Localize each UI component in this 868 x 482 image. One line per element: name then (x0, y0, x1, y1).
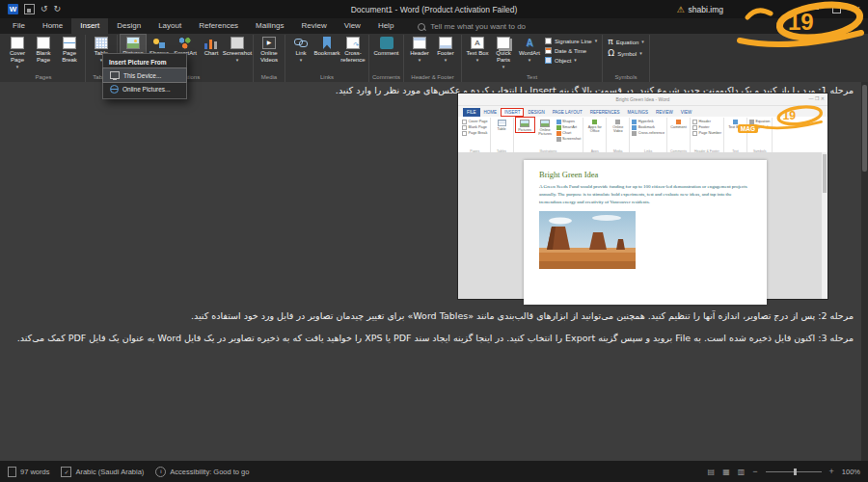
chevron-down-icon: ▾ (641, 40, 644, 44)
text-box-button[interactable]: A Text Box ▾ (465, 35, 490, 63)
account-name: shabi.img (689, 5, 723, 14)
button-label: Bookmark (314, 50, 340, 57)
tab-insert[interactable]: Insert (71, 18, 108, 34)
online-video-icon: ▶ (262, 37, 276, 49)
language-indicator[interactable]: ✓ Arabic (Saudi Arabia) (61, 467, 144, 477)
group-label-pages: Pages (35, 73, 51, 82)
embedded-watermark-logo: 19 (750, 103, 826, 132)
undo-icon[interactable]: ↺ (41, 5, 48, 13)
tab-references[interactable]: References (190, 18, 247, 34)
tab-file[interactable]: File (4, 18, 34, 34)
chart-button[interactable]: Chart (199, 35, 224, 57)
redo-icon[interactable]: ↻ (54, 5, 62, 13)
quick-access-toolbar: W ↺ ↻ (0, 4, 68, 14)
chevron-down-icon: ▾ (529, 58, 531, 63)
word-count-label: 97 words (20, 468, 49, 476)
embedded-tab-insert: INSERT (501, 108, 524, 117)
activation-warning-icon: ⚠ (677, 5, 685, 14)
shapes-icon (152, 37, 166, 49)
button-label: Signature Line (555, 39, 592, 44)
search-icon (418, 23, 425, 31)
zoom-level[interactable]: 100% (842, 468, 860, 476)
button-label: Link (295, 50, 306, 57)
embedded-word-screenshot[interactable]: Bright Green Idea - Word — ❒ ✕ FILE HOME… (458, 94, 827, 299)
zoom-out-button[interactable]: − (752, 468, 757, 476)
online-videos-button[interactable]: ▶ Online Videos (257, 35, 282, 64)
chevron-down-icon: ▾ (574, 58, 577, 63)
quick-parts-button[interactable]: Quick Parts ▾ (491, 35, 516, 69)
embedded-page: Bright Green Idea A Green Seeds Fund wou… (524, 160, 767, 305)
object-button[interactable]: Object ▾ (543, 56, 599, 65)
button-label: Equation (616, 40, 639, 45)
tab-review[interactable]: Review (292, 18, 335, 34)
zoom-slider[interactable] (766, 471, 822, 472)
account-area[interactable]: ⚠ shabi.img (677, 5, 723, 14)
blank-page-button[interactable]: Blank Page (31, 35, 56, 64)
web-layout-button[interactable]: ▥ (738, 468, 746, 476)
wordart-icon: A (523, 37, 536, 49)
omega-icon: Ω (608, 49, 614, 58)
embedded-pictures-annotation: Pictures (516, 118, 534, 132)
print-layout-button[interactable]: ▦ (722, 468, 730, 476)
word-window: W ↺ ↻ Document1 - Word (Product Activati… (0, 0, 868, 482)
tell-me-box[interactable]: Tell me what you want to do (418, 22, 526, 34)
tab-mailings[interactable]: Mailings (247, 18, 292, 34)
button-label: Footer (437, 50, 453, 57)
embedded-window-controls: — ❒ ✕ (809, 95, 825, 101)
header-button[interactable]: Header ▾ (407, 35, 432, 63)
comment-button[interactable]: Comment (374, 35, 399, 57)
menu-item-label: This Device... (123, 72, 161, 79)
header-icon (413, 37, 426, 49)
document-scrollbar[interactable] (861, 81, 868, 461)
save-icon[interactable] (24, 4, 35, 14)
group-label-header-footer: Header & Footer (411, 73, 453, 82)
comment-icon (380, 37, 393, 49)
word-logo-icon: W (8, 4, 18, 14)
device-icon (110, 71, 120, 79)
embedded-tab-review: REVIEW (652, 108, 677, 117)
ribbon-group-text: A Text Box ▾ Quick Parts ▾ A WordArt ▾ (462, 35, 603, 82)
tab-help[interactable]: Help (369, 18, 402, 34)
date-time-button[interactable]: Date & Time (543, 46, 599, 55)
footer-button[interactable]: Footer ▾ (433, 35, 458, 63)
page-break-button[interactable]: Page Break (57, 35, 82, 64)
read-mode-button[interactable]: ▤ (708, 468, 716, 476)
word-count[interactable]: 97 words (8, 467, 49, 477)
menu-item-this-device[interactable]: This Device... (103, 68, 186, 82)
chevron-down-icon: ▾ (16, 65, 19, 69)
button-label: Chart (204, 50, 219, 57)
pi-icon: π (608, 38, 612, 46)
ribbon-group-media: ▶ Online Videos Media (254, 35, 285, 82)
zoom-in-button[interactable]: + (829, 468, 834, 476)
wordart-button[interactable]: A WordArt ▾ (517, 35, 542, 63)
link-button[interactable]: Link ▾ (288, 35, 313, 63)
smartart-icon (178, 37, 192, 49)
cross-reference-button[interactable]: Cross-reference (340, 35, 366, 64)
cover-page-icon (11, 37, 24, 49)
symbol-button[interactable]: Ω Symbol ▾ (606, 48, 646, 59)
window-title: Document1 - Word (Product Activation Fai… (351, 5, 518, 14)
watermark-logo: 19 (728, 0, 868, 48)
tab-home[interactable]: Home (34, 18, 71, 34)
tab-design[interactable]: Design (108, 18, 149, 34)
bookmark-button[interactable]: Bookmark (314, 35, 339, 57)
screenshot-button[interactable]: Screenshot ▾ (225, 35, 250, 63)
chevron-down-icon: ▾ (445, 58, 448, 63)
menu-header: Insert Picture From (103, 56, 186, 68)
tab-layout[interactable]: Layout (149, 18, 190, 34)
signature-line-button[interactable]: Signature Line ▾ (543, 37, 599, 45)
pictures-icon (126, 37, 140, 49)
mag-watermark-label: MAG (738, 124, 758, 133)
document-canvas[interactable]: مرحله 1: ورد را باز کنید و یک داکیومنت ج… (0, 81, 861, 461)
equation-button[interactable]: π Equation ▾ (606, 37, 646, 47)
embedded-heading: Bright Green Idea (539, 170, 751, 179)
language-label: Arabic (Saudi Arabia) (75, 468, 144, 476)
accessibility-status[interactable]: i Accessibility: Good to go (155, 467, 249, 477)
zoom-slider-thumb[interactable] (794, 469, 797, 475)
cover-page-button[interactable]: Cover Page ▾ (5, 35, 30, 69)
footer-icon (439, 37, 452, 49)
button-label: Screenshot (223, 50, 252, 57)
chevron-down-icon: ▾ (419, 58, 421, 63)
tab-view[interactable]: View (336, 18, 369, 34)
menu-item-online-pictures[interactable]: Online Pictures... (103, 82, 186, 96)
